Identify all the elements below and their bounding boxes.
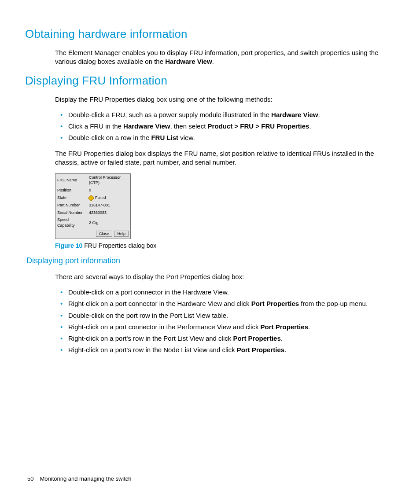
text: , then select xyxy=(170,122,208,130)
list-item: Double-click a FRU, such as a power supp… xyxy=(68,110,385,119)
table-row: Position 0 xyxy=(55,186,130,194)
text: . xyxy=(308,323,310,331)
text: . xyxy=(281,335,283,342)
paragraph: There are several ways to display the Po… xyxy=(55,272,385,281)
footer-title: Monitoring and managing the switch xyxy=(40,475,131,482)
value-state: Failed xyxy=(87,194,130,201)
text: view. xyxy=(178,134,195,141)
list-item: Right-click on a port's row in the Port … xyxy=(68,334,385,343)
label-position: Position xyxy=(55,186,87,194)
text: Double-click on a row in the xyxy=(68,134,151,141)
text: Right-click on a port's row in the Node … xyxy=(68,346,237,353)
label-serial-number: Serial Number xyxy=(55,209,87,216)
table-row: State Failed xyxy=(55,194,130,201)
heading-displaying-port-information: Displaying port information xyxy=(26,255,385,266)
port-properties-term: Port Properties xyxy=(237,346,284,353)
text: The Element Manager enables you to displ… xyxy=(55,49,379,65)
text: . xyxy=(318,111,320,118)
value-position: 0 xyxy=(87,186,130,194)
text: Click a FRU in the xyxy=(68,122,123,130)
table-row: Part Number 316147-001 xyxy=(55,201,130,209)
port-properties-term: Port Properties xyxy=(251,300,299,307)
text: Double-click a FRU, such as a power supp… xyxy=(68,111,271,118)
list-item: Right-click on a port connector in the P… xyxy=(68,323,385,331)
dialog-button-row: Close Help xyxy=(55,229,130,239)
value-part-number: 316147-001 xyxy=(87,201,130,209)
label-part-number: Part Number xyxy=(55,201,87,209)
label-fru-name: FRU Name xyxy=(55,174,87,186)
list-item: Right-click on a port connector in the H… xyxy=(68,299,385,308)
page-footer: 50Monitoring and managing the switch xyxy=(27,475,132,483)
list-item: Right-click on a port's row in the Node … xyxy=(68,346,385,354)
heading-obtaining-hardware-information: Obtaining hardware information xyxy=(25,26,394,42)
value-fru-name: Control Processor (CTP) xyxy=(87,174,130,186)
method-list: Double-click on a port connector in the … xyxy=(68,288,385,355)
port-properties-term: Port Properties xyxy=(233,335,280,342)
port-properties-term: Port Properties xyxy=(261,323,308,331)
text: . xyxy=(309,122,311,130)
fru-properties-dialog: FRU Name Control Processor (CTP) Positio… xyxy=(55,173,131,239)
heading-displaying-fru-information: Displaying FRU Information xyxy=(25,73,394,88)
page-number: 50 xyxy=(27,475,33,482)
hardware-view-term: Hardware View xyxy=(165,58,212,65)
text: . xyxy=(212,58,214,65)
figure-label: Figure 10 xyxy=(55,242,82,249)
text: Right-click on a port's row in the Port … xyxy=(68,335,233,342)
paragraph: The Element Manager enables you to displ… xyxy=(55,48,385,66)
table-row: FRU Name Control Processor (CTP) xyxy=(55,174,130,186)
text: . xyxy=(284,346,286,353)
help-button[interactable]: Help xyxy=(114,231,129,237)
text: Right-click on a port connector in the P… xyxy=(68,323,261,331)
label-state: State xyxy=(55,194,87,201)
text: Right-click on a port connector in the H… xyxy=(68,300,251,307)
state-text: Failed xyxy=(95,195,106,200)
close-button[interactable]: Close xyxy=(96,231,112,237)
hardware-view-term: Hardware View xyxy=(123,122,170,130)
value-speed-capability: 2 Gig xyxy=(87,216,130,228)
hardware-view-term: Hardware View xyxy=(271,111,318,118)
failed-icon xyxy=(88,195,94,201)
label-speed-capability: Speed Capability xyxy=(55,216,87,228)
figure-caption: Figure 10 FRU Properties dialog box xyxy=(55,242,385,250)
table-row: Serial Number 42360083 xyxy=(55,209,130,216)
menu-path-term: Product > FRU > FRU Properties xyxy=(208,122,309,130)
value-serial-number: 42360083 xyxy=(87,209,130,216)
method-list: Double-click a FRU, such as a power supp… xyxy=(68,110,385,143)
figure-text: FRU Properties dialog box xyxy=(82,242,156,249)
list-item: Double-click on a port connector in the … xyxy=(68,288,385,297)
list-item: Click a FRU in the Hardware View, then s… xyxy=(68,122,385,131)
list-item: Double-click on the port row in the Port… xyxy=(68,311,385,320)
paragraph: Display the FRU Properties dialog box us… xyxy=(55,95,385,104)
list-item: Double-click on a row in the FRU List vi… xyxy=(68,133,385,142)
text: from the pop-up menu. xyxy=(299,300,368,307)
paragraph: The FRU Properties dialog box displays t… xyxy=(55,149,385,167)
table-row: Speed Capability 2 Gig xyxy=(55,216,130,228)
fru-list-term: FRU List xyxy=(151,134,178,141)
